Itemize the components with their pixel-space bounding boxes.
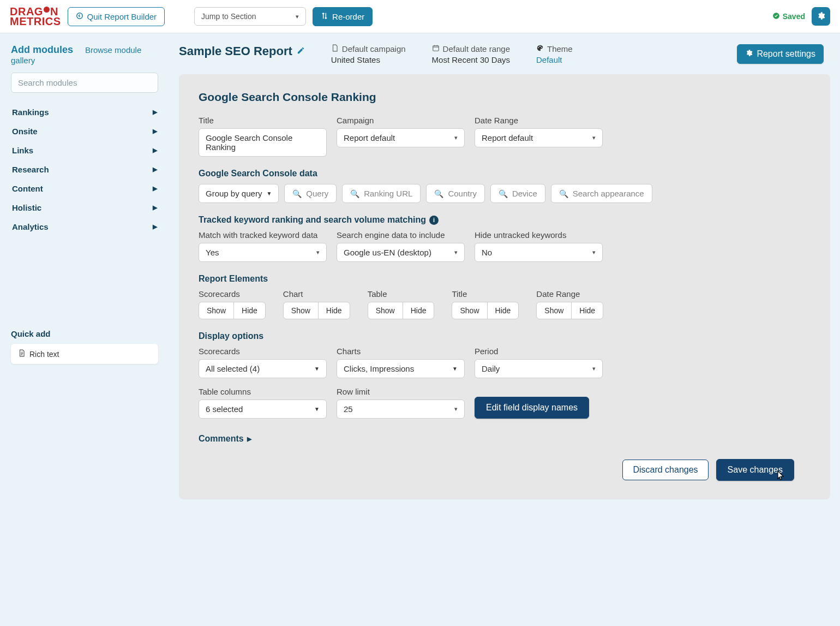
category-research[interactable]: Research▶ [11,160,158,179]
daterange-toggle[interactable]: ShowHide [536,302,603,319]
show-option[interactable]: Show [199,302,233,319]
caret-right-icon: ▶ [153,166,157,173]
theme-value[interactable]: Default [536,55,573,64]
saved-label: Saved [783,12,805,21]
caret-right-icon: ▶ [153,185,157,192]
quit-label: Quit Report Builder [87,12,157,21]
save-changes-button[interactable]: Save changes [716,459,794,481]
quit-report-builder-button[interactable]: Quit Report Builder [68,7,165,26]
reorder-button[interactable]: Re-order [313,7,373,26]
tracked-heading: Tracked keyword ranking and search volum… [199,215,811,225]
chart-toggle[interactable]: ShowHide [283,302,350,319]
show-option[interactable]: Show [537,302,571,319]
caret-down-icon: ▼ [266,190,272,196]
report-header: Sample SEO Report Default campaign Unite… [169,33,840,74]
saved-status: Saved [772,12,805,21]
title-input[interactable]: Google Search Console Ranking [199,128,327,157]
module-categories: Rankings▶ Onsite▶ Links▶ Research▶ Conte… [11,103,158,236]
filter-ranking-url[interactable]: 🔍Ranking URL [342,184,421,203]
field-title: Title Google Search Console Ranking [199,116,327,157]
row-limit-select[interactable]: 25▾ [337,400,465,419]
element-chart: Chart ShowHide [283,289,350,319]
scorecards-value: All selected (4) [206,364,260,373]
jump-to-section-select[interactable]: Jump to Section ▾ [194,7,306,26]
display-options-heading: Display options [199,331,811,341]
document-icon [18,349,26,359]
caret-right-icon: ▶ [153,128,157,135]
charts-select[interactable]: Clicks, Impressions▼ [337,359,465,378]
show-option[interactable]: Show [452,302,487,319]
elem-label: Date Range [536,289,603,299]
row-limit-label: Row limit [337,387,465,396]
filter-query[interactable]: 🔍Query [284,184,337,203]
element-table: Table ShowHide [368,289,435,319]
filter-device[interactable]: 🔍Device [490,184,545,203]
gsc-data-heading: Google Search Console data [199,169,811,178]
discard-changes-button[interactable]: Discard changes [622,460,708,480]
period-field-label: Period [475,347,603,356]
table-columns-select[interactable]: 6 selected▼ [199,400,327,419]
reorder-icon [321,12,328,21]
campaign-label: Default campaign [342,44,406,53]
category-links[interactable]: Links▶ [11,141,158,160]
title-toggle[interactable]: ShowHide [452,302,519,319]
show-option[interactable]: Show [368,302,403,319]
report-title-text: Sample SEO Report [179,44,292,58]
rich-text-button[interactable]: Rich text [11,344,158,364]
chevron-down-icon: ▾ [316,249,320,256]
search-icon: 🔍 [350,189,359,198]
scorecards-field-label: Scorecards [199,347,327,356]
field-daterange: Date Range Report default▾ [475,116,603,157]
comments-toggle[interactable]: Comments ▶ [199,434,811,444]
show-option[interactable]: Show [284,302,318,319]
arrow-left-icon [76,12,83,21]
hide-option[interactable]: Hide [403,302,434,319]
module-settings-panel: Google Search Console Ranking Title Goog… [179,74,830,499]
meta-campaign: Default campaign United States [331,44,406,64]
search-modules-input[interactable] [11,73,158,93]
hide-untracked-select[interactable]: No▾ [475,243,603,262]
group-by-dropdown[interactable]: Group by query▼ [199,184,279,203]
edit-title-icon[interactable] [297,46,305,56]
category-analytics[interactable]: Analytics▶ [11,217,158,236]
palette-icon [536,44,544,53]
elem-label: Chart [283,289,350,299]
table-toggle[interactable]: ShowHide [368,302,435,319]
category-content[interactable]: Content▶ [11,179,158,198]
info-icon[interactable]: i [429,216,439,225]
caret-down-icon: ▼ [452,366,458,372]
hide-option[interactable]: Hide [233,302,265,319]
daterange-field-label: Date Range [475,116,603,125]
field-charts: Charts Clicks, Impressions▼ [337,347,465,378]
settings-gear-button[interactable] [812,7,830,26]
edit-field-names-button[interactable]: Edit field display names [475,397,589,419]
daterange-select[interactable]: Report default▾ [475,128,603,147]
field-scorecards: Scorecards All selected (4)▼ [199,347,327,378]
filter-url-label: Ranking URL [364,189,412,198]
hide-option[interactable]: Hide [318,302,350,319]
category-holistic[interactable]: Holistic▶ [11,198,158,217]
quick-add-heading: Quick add [11,329,158,338]
report-settings-button[interactable]: Report settings [737,44,824,64]
campaign-field-label: Campaign [337,116,465,125]
match-label: Match with tracked keyword data [199,230,327,240]
hide-option[interactable]: Hide [571,302,603,319]
hide-option[interactable]: Hide [487,302,519,319]
main-content: Sample SEO Report Default campaign Unite… [169,33,840,520]
period-select[interactable]: Daily▾ [475,359,603,378]
search-engine-select[interactable]: Google us-EN (desktop)▾ [337,243,465,262]
caret-right-icon: ▶ [247,436,251,443]
campaign-select[interactable]: Report default▾ [337,128,465,147]
category-rankings[interactable]: Rankings▶ [11,103,158,122]
reorder-label: Re-order [332,12,364,21]
scorecards-toggle[interactable]: ShowHide [199,302,266,319]
match-select[interactable]: Yes▾ [199,243,327,262]
category-onsite[interactable]: Onsite▶ [11,122,158,141]
elem-label: Table [368,289,435,299]
filter-search-appearance[interactable]: 🔍Search appearance [551,184,652,203]
filter-country[interactable]: 🔍Country [426,184,485,203]
elements-heading: Report Elements [199,274,811,284]
chevron-down-icon: ▾ [592,134,596,141]
scorecards-select[interactable]: All selected (4)▼ [199,359,327,378]
field-period: Period Daily▾ [475,347,603,378]
